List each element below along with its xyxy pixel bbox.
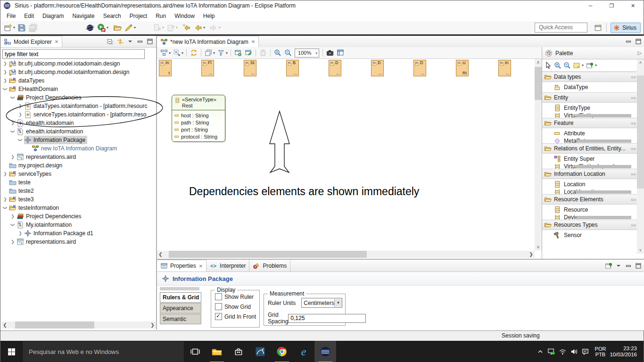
palette-tool-metadata[interactable]: MetaData bbox=[542, 139, 644, 143]
scroll-left-icon[interactable]: ❮ bbox=[1, 322, 8, 328]
export-image-button[interactable] bbox=[233, 48, 243, 58]
minimize-view-icon[interactable] bbox=[624, 262, 633, 270]
taskbar-app-internet-explorer[interactable]: e bbox=[293, 341, 314, 362]
open-folder-button[interactable] bbox=[112, 23, 123, 33]
tree-item-ehealth-iotainformation[interactable]: ❯Mehealth.iotainformation bbox=[0, 127, 155, 136]
dropdown-arrow-icon[interactable]: ▾ bbox=[162, 25, 164, 30]
edit-image-button[interactable] bbox=[243, 48, 254, 58]
datatype-node[interactable]: «»Int bbox=[159, 60, 172, 76]
window-restore-button[interactable]: ❐ bbox=[601, 0, 622, 11]
checkbox-box[interactable] bbox=[215, 313, 222, 320]
twistie-icon[interactable]: ❯ bbox=[1, 78, 9, 83]
layers-button[interactable] bbox=[335, 48, 346, 58]
scrollbar-thumb[interactable] bbox=[535, 67, 542, 100]
close-icon[interactable]: ✕ bbox=[55, 39, 58, 44]
palette-group-resources-types[interactable]: Resources Types«» bbox=[542, 220, 644, 230]
menu-window[interactable]: Window bbox=[170, 12, 199, 20]
note-icon[interactable] bbox=[572, 61, 581, 70]
tray-chevron-up[interactable] bbox=[535, 341, 546, 362]
scrollbar-thumb[interactable] bbox=[637, 75, 644, 189]
datatype-node[interactable]: «»D... bbox=[413, 60, 426, 76]
pin-window-icon[interactable] bbox=[586, 61, 594, 70]
grid-spacing-input[interactable] bbox=[288, 314, 366, 323]
tree-item-datatypes-iotainformation-platform-resourc[interactable]: ❯dataTypes.iotainformation - [platform:/… bbox=[0, 102, 155, 110]
tab-model-explorer[interactable]: Model Explorer ✕ bbox=[0, 36, 62, 47]
datatype-node[interactable]: «»In... bbox=[498, 60, 511, 76]
dropdown-arrow-icon[interactable]: ▾ bbox=[203, 25, 205, 30]
save-button[interactable] bbox=[16, 23, 27, 33]
sirius-perspective-button[interactable]: Sirius bbox=[611, 23, 641, 33]
tree-item-information-package[interactable]: ❯Information Package bbox=[0, 136, 155, 144]
twistie-icon[interactable]: ❯ bbox=[1, 197, 9, 202]
twistie-icon[interactable]: ❯ bbox=[1, 61, 9, 66]
datatype-node[interactable]: «»St... bbox=[244, 60, 256, 76]
checkbox-box[interactable] bbox=[215, 303, 222, 310]
tree-item-project-dependencies[interactable]: ❯Project Dependencies bbox=[0, 212, 155, 221]
next-annotation-button[interactable]: ▾ bbox=[151, 23, 165, 33]
twistie-icon[interactable]: ❯ bbox=[1, 70, 9, 74]
scrollbar-thumb[interactable] bbox=[15, 321, 94, 329]
taskbar-search-box[interactable]: Pesquisar na Web e no Windows bbox=[22, 341, 184, 362]
tray-wifi[interactable] bbox=[557, 341, 569, 362]
taskbar-app-store[interactable] bbox=[228, 341, 249, 362]
window-close-button[interactable]: ✕ bbox=[622, 0, 644, 11]
palette-header[interactable]: Palette ▷ bbox=[542, 47, 644, 59]
twistie-icon[interactable]: ❯ bbox=[9, 239, 17, 244]
tree-item-servicetypes-iotainformation-platform-reso[interactable]: ❯serviceTypes.iotainformation - [platfor… bbox=[0, 110, 155, 119]
last-edit-location-button[interactable] bbox=[181, 23, 192, 33]
snapshot-button[interactable] bbox=[325, 48, 335, 58]
dropdown-arrow-icon[interactable]: ▾ bbox=[176, 25, 178, 30]
maximize-view-icon[interactable] bbox=[146, 37, 154, 46]
tree-item-information-package-d1[interactable]: ❯Information Package d1 bbox=[0, 229, 155, 238]
palette-tool-sensor[interactable]: Sensor bbox=[542, 230, 644, 240]
tree-item-servicetypes[interactable]: ❯MserviceTypes bbox=[0, 170, 155, 178]
palette-collapse-icon[interactable]: ▷ bbox=[638, 50, 642, 56]
dropdown-arrow-icon[interactable]: ▾ bbox=[169, 51, 171, 55]
forward-button[interactable]: ▾ bbox=[208, 23, 222, 33]
marker-button[interactable]: ▾ bbox=[123, 23, 137, 33]
twistie-icon[interactable]: ❯ bbox=[3, 85, 8, 93]
close-icon[interactable]: ✕ bbox=[251, 39, 255, 44]
datatype-node[interactable]: «»B... bbox=[286, 60, 299, 76]
scrollbar-thumb[interactable] bbox=[169, 251, 367, 258]
scroll-down-icon[interactable]: ˅ bbox=[637, 247, 644, 254]
tab-diagram-editor[interactable]: *new IoTA Information Diagram ✕ bbox=[157, 36, 259, 47]
twistie-icon[interactable]: ❯ bbox=[3, 204, 8, 212]
dropdown-arrow-icon[interactable]: ▾ bbox=[582, 63, 584, 67]
dropdown-arrow-icon[interactable]: ▾ bbox=[213, 51, 215, 55]
filter-input[interactable] bbox=[2, 49, 145, 59]
view-menu-icon[interactable] bbox=[126, 37, 134, 46]
dropdown-arrow-icon[interactable]: ▾ bbox=[134, 25, 136, 30]
ruler-units-select[interactable]: Centimeters ▼ bbox=[301, 298, 342, 308]
twistie-icon[interactable]: ❯ bbox=[17, 112, 24, 117]
combo-arrow-icon[interactable]: ∨ bbox=[315, 51, 318, 55]
start-button[interactable] bbox=[0, 341, 22, 362]
new-wizard-button[interactable]: ▾ bbox=[2, 23, 16, 33]
tab-properties[interactable]: Properties✕ bbox=[157, 260, 206, 272]
palette-group-information-location[interactable]: Information Location«» bbox=[542, 169, 644, 179]
menu-diagram[interactable]: Diagram bbox=[38, 12, 68, 20]
tree-item-teste2[interactable]: teste2 bbox=[0, 187, 155, 195]
taskbar-app-task-view[interactable] bbox=[184, 341, 206, 362]
palette-tool-local-location[interactable]: Local Location bbox=[542, 189, 644, 194]
checkbox-show-grid[interactable]: Show Grid bbox=[215, 303, 259, 310]
palette-group-feature[interactable]: Feature«» bbox=[542, 118, 644, 128]
dropdown-arrow-icon[interactable]: ▾ bbox=[226, 51, 228, 55]
tray-notifications[interactable] bbox=[580, 341, 591, 362]
taskbar-app-chrome[interactable] bbox=[271, 341, 293, 362]
combo-arrow-icon[interactable]: ▼ bbox=[334, 299, 342, 307]
datatype-node[interactable]: «»URI bbox=[456, 60, 469, 76]
checkbox-box[interactable] bbox=[215, 293, 222, 300]
palette-group-data-types[interactable]: Data types«» bbox=[542, 72, 644, 82]
tab-interpreter[interactable]: <>Interpreter bbox=[206, 260, 249, 272]
tree-item-representations-aird[interactable]: ❯representations.aird bbox=[0, 153, 155, 161]
checkbox-show-ruler[interactable]: Show Ruler bbox=[215, 293, 259, 300]
palette-scrollbar[interactable]: ˄ ˅ bbox=[637, 59, 644, 254]
palette-tool-entitytype[interactable]: EntityType bbox=[542, 103, 644, 113]
link-with-editor-icon[interactable] bbox=[116, 37, 124, 46]
palette-cursor-icon[interactable] bbox=[544, 61, 553, 70]
side-tab-appearance[interactable]: Appearance bbox=[160, 303, 201, 313]
scroll-up-icon[interactable]: ˄ bbox=[535, 59, 542, 66]
language-indicator[interactable]: POR PTB bbox=[595, 346, 606, 357]
palette-tool-entity-super[interactable]: Entity Super bbox=[542, 154, 644, 164]
